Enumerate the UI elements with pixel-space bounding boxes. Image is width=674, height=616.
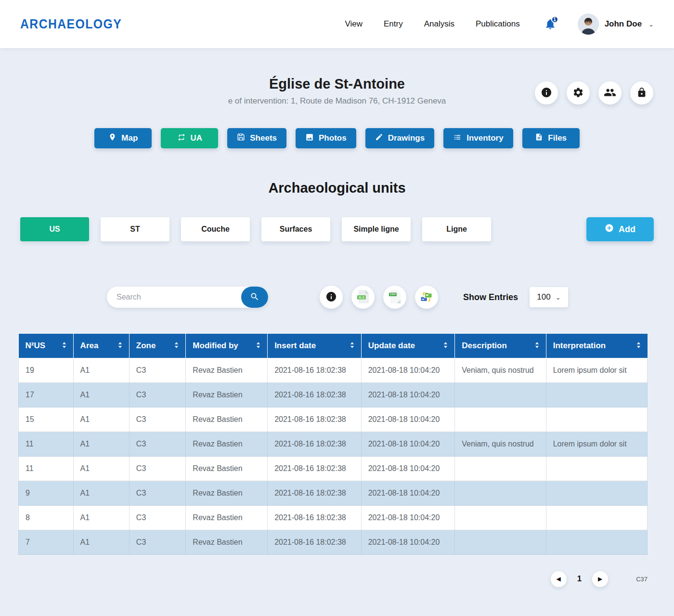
- table-cell: C3: [129, 382, 186, 407]
- chevron-down-icon: ⌄: [556, 294, 561, 301]
- table-row[interactable]: 9A1C3Revaz Bastien2021-08-16 18:02:38202…: [19, 481, 648, 505]
- sort-icon: [350, 341, 354, 351]
- sort-icon: [62, 341, 66, 351]
- units-table-container: N²US Area Zone Modified by Insert date U…: [18, 334, 648, 555]
- sort-icon: [174, 341, 179, 351]
- search-input[interactable]: [107, 287, 241, 308]
- table-cell: Veniam, quis nostrud: [455, 358, 546, 382]
- user-menu[interactable]: John Doe ⌄: [578, 13, 654, 35]
- nav-item-publications[interactable]: Publications: [476, 19, 520, 29]
- inventory-button[interactable]: Inventory: [443, 128, 513, 148]
- site-header: Église de St-Antoine e of intervention: …: [0, 48, 674, 106]
- table-row[interactable]: 11A1C3Revaz Bastien2021-08-16 18:02:3820…: [19, 432, 648, 456]
- search-box: [107, 287, 268, 308]
- table-cell: C3: [129, 505, 186, 530]
- brand-logo[interactable]: ARCHAEOLOGY: [20, 17, 122, 32]
- units-table: N²US Area Zone Modified by Insert date U…: [18, 334, 648, 555]
- table-cell: C3: [129, 432, 186, 456]
- table-cell: Lorem ipsum dolor sit: [546, 432, 647, 456]
- notifications-button[interactable]: 1: [544, 18, 557, 30]
- drawings-button[interactable]: Drawings: [365, 128, 435, 148]
- next-page-button[interactable]: ▶: [592, 571, 608, 587]
- sort-icon: [443, 341, 448, 351]
- table-cell: 8: [19, 505, 74, 530]
- column-header-area[interactable]: Area: [73, 334, 129, 358]
- table-cell: Revaz Bastien: [186, 358, 268, 382]
- table-cell: A1: [73, 456, 129, 481]
- copy-transfer-icon: [420, 290, 433, 304]
- table-cell: Veniam, quis nostrud: [455, 432, 546, 456]
- current-page: 1: [577, 574, 582, 584]
- search-button[interactable]: [241, 287, 268, 308]
- settings-button[interactable]: [567, 81, 590, 105]
- sheets-button[interactable]: Sheets: [227, 128, 286, 148]
- avatar: [578, 13, 599, 35]
- sort-icon: [256, 341, 260, 351]
- table-row[interactable]: 11A1C3Revaz Bastien2021-08-16 18:02:3820…: [19, 456, 648, 481]
- column-header-interpretation[interactable]: Interpretation: [546, 334, 647, 358]
- table-row[interactable]: 15A1C3Revaz Bastien2021-08-16 18:02:3820…: [19, 407, 648, 432]
- column-header-modified-by[interactable]: Modified by: [186, 334, 268, 358]
- svg-text:XLS: XLS: [358, 295, 364, 299]
- tab-couche[interactable]: Couche: [181, 217, 250, 241]
- map-button-label: Map: [121, 133, 138, 143]
- show-entries: Show Entries 100 ⌄: [463, 287, 568, 307]
- photos-button-label: Photos: [319, 133, 347, 143]
- photos-button[interactable]: Photos: [296, 128, 356, 148]
- users-button[interactable]: [598, 81, 622, 105]
- nav-item-entry[interactable]: Entry: [384, 19, 403, 29]
- export-xls-button[interactable]: XLS: [351, 286, 375, 309]
- tab-simple-ligne[interactable]: Simple ligne: [342, 217, 411, 241]
- files-button[interactable]: Files: [522, 128, 580, 148]
- table-cell: 15: [19, 407, 74, 432]
- ua-button[interactable]: UA: [161, 128, 218, 148]
- table-row[interactable]: 7A1C3Revaz Bastien2021-08-16 18:02:38202…: [19, 530, 648, 554]
- tab-surfaces[interactable]: Surfaces: [261, 217, 330, 241]
- table-cell: C3: [129, 530, 186, 554]
- column-header-description[interactable]: Description: [455, 334, 546, 358]
- table-row[interactable]: 17A1C3Revaz Bastien2021-08-16 18:02:3820…: [19, 382, 648, 407]
- sheets-button-label: Sheets: [250, 133, 277, 143]
- table-cell: A1: [73, 530, 129, 554]
- file-icon: [535, 133, 543, 144]
- table-cell: 2021-08-16 18:02:38: [268, 382, 362, 407]
- unit-type-tabs: US ST Couche Surfaces Simple ligne Ligne…: [20, 217, 654, 241]
- table-cell: C3: [129, 358, 186, 382]
- previous-page-button[interactable]: ◀: [551, 571, 567, 587]
- tab-ligne[interactable]: Ligne: [422, 217, 491, 241]
- site-action-buttons: [535, 81, 653, 105]
- floppy-disk-icon: [237, 133, 245, 144]
- table-cell: [455, 505, 546, 530]
- show-entries-select[interactable]: 100 ⌄: [530, 287, 568, 307]
- table-cell: Revaz Bastien: [186, 456, 268, 481]
- table-cell: 2021-08-18 10:04:20: [361, 481, 455, 505]
- map-button[interactable]: Map: [94, 128, 152, 148]
- table-row[interactable]: 19A1C3Revaz Bastien2021-08-16 18:02:3820…: [19, 358, 648, 382]
- table-cell: 2021-08-16 18:02:38: [268, 481, 362, 505]
- table-cell: Revaz Bastien: [186, 432, 268, 456]
- table-cell: Revaz Bastien: [186, 407, 268, 432]
- add-button[interactable]: Add: [586, 217, 654, 241]
- copy-transfer-button[interactable]: [415, 286, 438, 309]
- column-header-insert-date[interactable]: Insert date: [268, 334, 362, 358]
- table-cell: 17: [19, 382, 74, 407]
- nav-item-view[interactable]: View: [345, 19, 363, 29]
- table-row[interactable]: 8A1C3Revaz Bastien2021-08-16 18:02:38202…: [19, 505, 648, 530]
- section-heading: Archaeological units: [0, 180, 674, 196]
- column-header-update-date[interactable]: Update date: [361, 334, 455, 358]
- table-cell: 2021-08-16 18:02:38: [268, 505, 362, 530]
- table-cell: C3: [129, 407, 186, 432]
- xls-file-icon: XLS: [357, 290, 369, 305]
- table-cell: [546, 407, 647, 432]
- lock-button[interactable]: [630, 81, 653, 105]
- tab-us[interactable]: US: [20, 217, 89, 241]
- nav-item-analysis[interactable]: Analysis: [424, 19, 454, 29]
- tab-st[interactable]: ST: [101, 217, 169, 241]
- export-csv-button[interactable]: CSV: [383, 286, 406, 309]
- column-header-zone[interactable]: Zone: [129, 334, 186, 358]
- table-info-button[interactable]: [320, 286, 343, 309]
- notification-badge: 1: [551, 16, 558, 23]
- info-button[interactable]: [535, 81, 558, 105]
- table-cell: 2021-08-16 18:02:38: [268, 358, 362, 382]
- column-header-nus[interactable]: N²US: [19, 334, 74, 358]
